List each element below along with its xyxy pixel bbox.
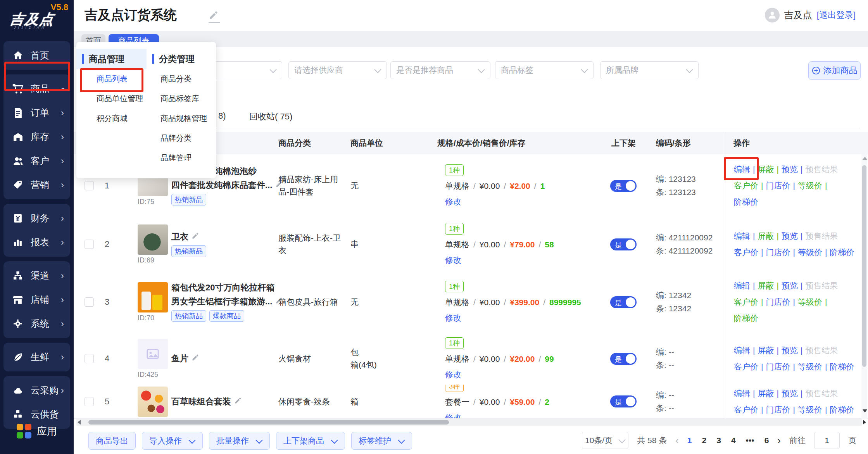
sidebar-item-inventory[interactable]: 库存› — [3, 125, 70, 149]
footer-button-1[interactable]: 商品导出 — [88, 432, 136, 450]
scroll-up-arrow-icon[interactable] — [863, 157, 867, 160]
per-page-select[interactable]: 10条/页 — [582, 432, 628, 449]
action-link[interactable]: 预售结果 — [805, 281, 838, 290]
action-link[interactable]: 门店价 — [766, 181, 790, 190]
menu-item-link[interactable]: 积分商城 — [76, 109, 147, 128]
page-number-1[interactable]: 1 — [687, 436, 692, 445]
modify-link[interactable]: 修改 — [445, 255, 461, 266]
action-link[interactable]: 门店价 — [766, 362, 790, 371]
sidebar-item-cloud[interactable]: 云采购› — [3, 378, 70, 402]
action-link[interactable]: 门店价 — [766, 297, 790, 306]
tab-recycle-bin[interactable]: 回收站( 75) — [249, 111, 292, 123]
horizontal-scroll-thumb[interactable] — [88, 420, 449, 425]
on-sale-toggle[interactable]: 是 — [610, 296, 637, 308]
action-link[interactable]: 等级价 — [798, 362, 822, 371]
scroll-left-arrow-icon[interactable] — [78, 420, 81, 425]
action-link[interactable]: 阶梯价 — [734, 197, 758, 206]
vertical-scrollbar[interactable] — [861, 154, 867, 419]
row-checkbox[interactable] — [85, 354, 94, 363]
page-number-4[interactable]: 4 — [731, 436, 736, 445]
row-checkbox[interactable] — [85, 240, 94, 249]
sidebar-item-apps[interactable]: 应用 — [0, 424, 74, 438]
on-sale-toggle[interactable]: 是 — [610, 353, 637, 365]
footer-button-2[interactable]: 导入操作 — [142, 432, 203, 450]
row-checkbox[interactable] — [85, 181, 94, 190]
action-link[interactable]: 等级价 — [798, 405, 822, 414]
menu-item-link[interactable]: 商品分类 — [147, 69, 216, 89]
action-link[interactable]: 预览 — [782, 281, 798, 290]
product-image[interactable] — [138, 339, 168, 369]
on-sale-toggle[interactable]: 是 — [610, 180, 637, 192]
sidebar-item-fresh[interactable]: 生鲜› — [3, 345, 70, 369]
sidebar-item-order[interactable]: 订单› — [3, 101, 70, 125]
action-link[interactable]: 等级价 — [798, 297, 822, 306]
footer-button-5[interactable]: 标签维护 — [351, 432, 412, 450]
footer-button-4[interactable]: 上下架商品 — [276, 432, 345, 450]
action-link[interactable]: 客户价 — [734, 297, 758, 306]
sidebar-item-report[interactable]: 报表› — [3, 230, 70, 254]
action-link[interactable]: 预览 — [782, 165, 798, 174]
action-link[interactable]: 预览 — [782, 389, 798, 398]
menu-item-link[interactable]: 商品规格管理 — [147, 109, 216, 128]
action-link[interactable]: 门店价 — [766, 248, 790, 257]
action-link[interactable]: 屏蔽 — [758, 389, 774, 398]
page-number-6[interactable]: 6 — [764, 436, 769, 445]
action-link[interactable]: 编辑 — [734, 165, 750, 174]
action-link[interactable]: 预览 — [782, 346, 798, 355]
action-link[interactable]: 屏蔽 — [758, 165, 774, 174]
action-link[interactable]: 屏蔽 — [758, 231, 774, 240]
vertical-scroll-thumb[interactable] — [862, 165, 866, 367]
sidebar-item-goods-cart[interactable]: 商品› — [3, 77, 70, 101]
modify-link[interactable]: 修改 — [445, 312, 461, 323]
row-checkbox[interactable] — [85, 397, 94, 406]
action-link[interactable]: 编辑 — [734, 281, 750, 290]
action-link[interactable]: 客户价 — [734, 405, 758, 414]
page-number-2[interactable]: 2 — [702, 436, 707, 445]
logout-link[interactable]: [退出登录] — [817, 9, 856, 21]
action-link[interactable]: 阶梯价 — [830, 362, 854, 371]
menu-item-link[interactable]: 商品单位管理 — [76, 89, 147, 109]
filter-select-5[interactable]: 所属品牌 — [600, 61, 699, 79]
action-link[interactable]: 客户价 — [734, 362, 758, 371]
action-link[interactable]: 门店价 — [766, 405, 790, 414]
action-link[interactable]: 编辑 — [734, 346, 750, 355]
action-link[interactable]: 阶梯价 — [830, 248, 854, 257]
product-image[interactable] — [138, 387, 168, 417]
filter-select-4[interactable]: 商品标签 — [495, 61, 594, 79]
tab-partial[interactable]: 8) — [218, 111, 226, 121]
action-link[interactable]: 编辑 — [734, 231, 750, 240]
menu-item-link[interactable]: 品牌管理 — [147, 148, 216, 168]
action-link[interactable]: 预售结果 — [805, 389, 838, 398]
on-sale-toggle[interactable]: 是 — [610, 238, 637, 250]
footer-button-3[interactable]: 批量操作 — [209, 432, 270, 450]
action-link[interactable]: 预览 — [782, 231, 798, 240]
horizontal-scrollbar[interactable] — [76, 419, 862, 426]
action-link[interactable]: 等级价 — [798, 248, 822, 257]
action-link[interactable]: 编辑 — [734, 389, 750, 398]
menu-item-link[interactable]: 品牌分类 — [147, 128, 216, 148]
filter-select-3[interactable]: 是否是推荐商品 — [390, 61, 490, 79]
edit-name-icon[interactable] — [192, 231, 199, 242]
page-number-•••[interactable]: ••• — [746, 436, 754, 445]
action-link[interactable]: 阶梯价 — [734, 314, 758, 323]
action-link[interactable]: 客户价 — [734, 248, 758, 257]
action-link[interactable]: 预售结果 — [805, 165, 838, 174]
action-link[interactable]: 预售结果 — [805, 231, 838, 240]
product-image[interactable] — [138, 224, 168, 255]
modify-link[interactable]: 修改 — [445, 369, 461, 380]
edit-name-icon[interactable] — [234, 396, 242, 407]
sidebar-item-shop[interactable]: 店铺› — [3, 288, 70, 312]
sidebar-item-system-gear[interactable]: 系统› — [3, 312, 70, 336]
filter-select-2[interactable]: 请选择供应商 — [288, 61, 387, 79]
sidebar-item-marketing-tag[interactable]: 营销› — [3, 173, 70, 197]
action-link[interactable]: 屏蔽 — [758, 346, 774, 355]
sidebar-item-channel[interactable]: 渠道› — [3, 264, 70, 288]
page-number-3[interactable]: 3 — [716, 436, 721, 445]
product-image[interactable] — [138, 282, 168, 312]
add-product-button[interactable]: 添加商品 — [808, 61, 861, 80]
action-link[interactable]: 预售结果 — [805, 346, 838, 355]
sidebar-item-finance[interactable]: 财务› — [3, 206, 70, 230]
edit-name-icon[interactable] — [192, 353, 199, 364]
action-link[interactable]: 屏蔽 — [758, 281, 774, 290]
row-checkbox[interactable] — [85, 297, 94, 307]
